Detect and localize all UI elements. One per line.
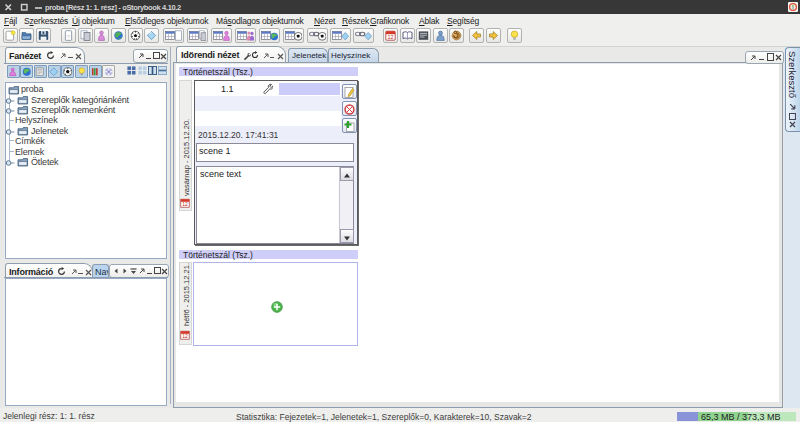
svg-text:12: 12 [387, 34, 393, 40]
svg-text:12: 12 [182, 333, 188, 339]
svg-text:12: 12 [182, 201, 188, 207]
